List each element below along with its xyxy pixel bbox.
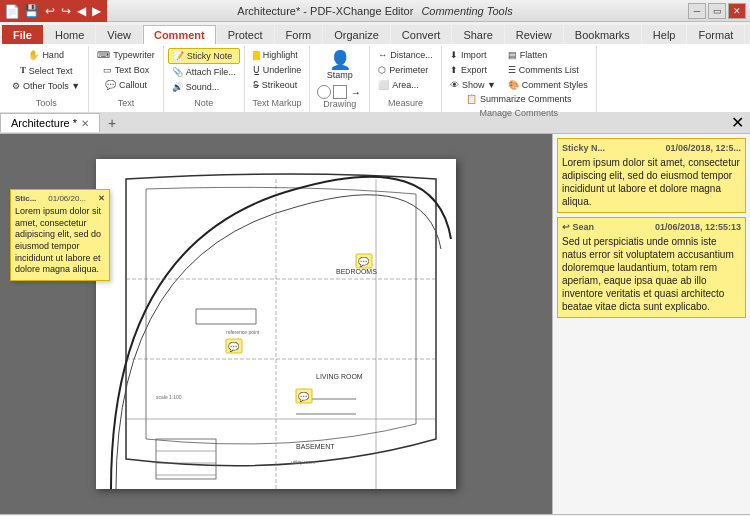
drawing-group-label: Drawing xyxy=(323,99,356,111)
text-group: ⌨Typewriter ▭Text Box 💬Callout Text xyxy=(89,46,164,112)
comment-styles-btn[interactable]: 🎨Comment Styles xyxy=(504,78,592,92)
svg-text:LIVING ROOM: LIVING ROOM xyxy=(316,373,363,380)
flatten-btn[interactable]: ▤Flatten xyxy=(504,48,592,62)
perimeter-btn[interactable]: ⬡Perimeter xyxy=(374,63,437,77)
sticky-title: Stic... xyxy=(15,194,36,203)
window-title: Architecture* - PDF-XChange Editor xyxy=(237,5,413,17)
ribbon-content: ✋Hand 𝐓Select Text ⚙Other Tools ▼ Tools … xyxy=(0,44,750,112)
title-bar: 📄 💾 ↩ ↪ ◀ ▶ Architecture* - PDF-XChange … xyxy=(0,0,750,22)
svg-text:utility room: utility room xyxy=(291,459,315,465)
textbox-icon: ▭ xyxy=(103,65,112,75)
qa-forward[interactable]: ▶ xyxy=(90,3,103,19)
main-area: Stic... 01/06/20... ✕ Lorem ipsum dolor … xyxy=(0,134,750,514)
strikeout-btn[interactable]: S̶Strikeout xyxy=(249,78,306,92)
text-group-label: Text xyxy=(118,98,135,110)
summarize-btn[interactable]: 📋Summarize Comments xyxy=(462,92,576,106)
tab-bookmarks[interactable]: Bookmarks xyxy=(564,25,641,44)
tab-organize[interactable]: Organize xyxy=(323,25,390,44)
import-btn[interactable]: ⬇Import xyxy=(446,48,500,62)
underline-icon: U̲ xyxy=(253,65,260,75)
tools-icon: ⚙ xyxy=(12,81,20,91)
typewriter-btn[interactable]: ⌨Typewriter xyxy=(93,48,159,62)
architecture-drawing: BEDROOMS LIVING ROOM BASEMENT xyxy=(96,159,456,489)
tab-help[interactable]: Help xyxy=(642,25,687,44)
other-tools-btn[interactable]: ⚙Other Tools ▼ xyxy=(8,79,84,93)
tab-home[interactable]: Home xyxy=(44,25,95,44)
doc-tab-close-btn[interactable]: ✕ xyxy=(81,118,89,129)
show-icon: 👁 xyxy=(450,80,459,90)
doc-tab-label: Architecture * xyxy=(11,117,77,129)
text-markup-group-label: Text Markup xyxy=(253,98,302,110)
qa-save[interactable]: 💾 xyxy=(22,3,41,19)
show-btn[interactable]: 👁Show ▼ xyxy=(446,78,500,92)
stamp-icon: 👤 xyxy=(329,51,351,69)
pdf-page: BEDROOMS LIVING ROOM BASEMENT xyxy=(96,159,456,489)
svg-text:💬: 💬 xyxy=(358,256,370,268)
close-btn[interactable]: ✕ xyxy=(728,3,746,19)
comment-card-1[interactable]: Sticky N... 01/06/2018, 12:5... Lorem ip… xyxy=(557,138,746,213)
tab-share[interactable]: Share xyxy=(452,25,503,44)
comment-date-1: 01/06/2018, 12:5... xyxy=(665,143,741,153)
sound-btn[interactable]: 🔊Sound... xyxy=(168,80,240,94)
svg-text:BEDROOMS: BEDROOMS xyxy=(336,268,377,275)
panel-close-btn[interactable]: ✕ xyxy=(731,113,750,132)
tools-group-label: Tools xyxy=(36,98,57,110)
svg-text:BASEMENT: BASEMENT xyxy=(296,443,335,450)
sound-icon: 🔊 xyxy=(172,82,183,92)
attach-file-btn[interactable]: 📎Attach File... xyxy=(168,65,240,79)
strikeout-icon: S̶ xyxy=(253,80,259,90)
comments-list-btn[interactable]: ☰Comments List xyxy=(504,63,592,77)
textbox-btn[interactable]: ▭Text Box xyxy=(99,63,154,77)
tab-convert[interactable]: Convert xyxy=(391,25,452,44)
tab-comment[interactable]: Comment xyxy=(143,25,216,44)
highlight-btn[interactable]: ▇Highlight xyxy=(249,48,306,62)
comment-text-1: Lorem ipsum dolor sit amet, consectetur … xyxy=(562,156,741,208)
list-icon: ☰ xyxy=(508,65,516,75)
svg-text:💬: 💬 xyxy=(298,391,310,403)
new-tab-btn[interactable]: + xyxy=(100,112,124,134)
tab-form[interactable]: Form xyxy=(275,25,323,44)
qa-back[interactable]: ◀ xyxy=(75,3,88,19)
comment-panel: Sticky N... 01/06/2018, 12:5... Lorem ip… xyxy=(552,134,750,514)
tools-group: ✋Hand 𝐓Select Text ⚙Other Tools ▼ Tools xyxy=(4,46,89,112)
distance-icon: ↔ xyxy=(378,50,387,60)
app-icon: 📄 xyxy=(4,4,20,19)
tab-arrange[interactable]: Arrange xyxy=(745,25,750,44)
doc-tab-architecture[interactable]: Architecture * ✕ xyxy=(0,113,100,132)
distance-btn[interactable]: ↔Distance... xyxy=(374,48,437,62)
restore-btn[interactable]: ▭ xyxy=(708,3,726,19)
select-text-btn[interactable]: 𝐓Select Text xyxy=(16,63,77,78)
tab-format[interactable]: Format xyxy=(687,25,744,44)
tab-review[interactable]: Review xyxy=(505,25,563,44)
tab-protect[interactable]: Protect xyxy=(217,25,274,44)
qa-undo[interactable]: ↩ xyxy=(43,3,57,19)
export-icon: ⬆ xyxy=(450,65,458,75)
manage-comments-group: ⬇Import ⬆Export 👁Show ▼ ▤Flatten ☰Commen… xyxy=(442,46,597,112)
svg-text:💬: 💬 xyxy=(228,341,240,353)
svg-text:reference point: reference point xyxy=(226,329,260,335)
measure-group: ↔Distance... ⬡Perimeter ⬜Area... Measure xyxy=(370,46,442,112)
tab-file[interactable]: File xyxy=(2,25,43,44)
rect-tool-btn[interactable] xyxy=(333,85,347,99)
export-btn[interactable]: ⬆Export xyxy=(446,63,500,77)
underline-btn[interactable]: U̲Underline xyxy=(249,63,306,77)
callout-btn[interactable]: 💬Callout xyxy=(101,78,151,92)
area-icon: ⬜ xyxy=(378,80,389,90)
comment-card-2[interactable]: ↩ Sean 01/06/2018, 12:55:13 Sed ut persp… xyxy=(557,217,746,318)
circle-tool-btn[interactable] xyxy=(317,85,331,99)
perimeter-icon: ⬡ xyxy=(378,65,386,75)
area-btn[interactable]: ⬜Area... xyxy=(374,78,437,92)
sticky-date: 01/06/20... xyxy=(48,194,86,203)
drawing-group: 👤 Stamp → Drawing xyxy=(310,46,370,112)
flatten-icon: ▤ xyxy=(508,50,517,60)
qa-redo[interactable]: ↪ xyxy=(59,3,73,19)
minimize-btn[interactable]: ─ xyxy=(688,3,706,19)
import-icon: ⬇ xyxy=(450,50,458,60)
arrow-tool-btn[interactable]: → xyxy=(349,85,363,99)
tab-view[interactable]: View xyxy=(96,25,142,44)
sticky-close-btn[interactable]: ✕ xyxy=(98,194,105,203)
stamp-btn[interactable]: 👤 Stamp xyxy=(322,48,358,83)
comment-author-2: ↩ Sean xyxy=(562,222,594,232)
sticky-note-btn[interactable]: 📝Sticky Note xyxy=(168,48,240,64)
hand-tool-btn[interactable]: ✋Hand xyxy=(24,48,68,62)
